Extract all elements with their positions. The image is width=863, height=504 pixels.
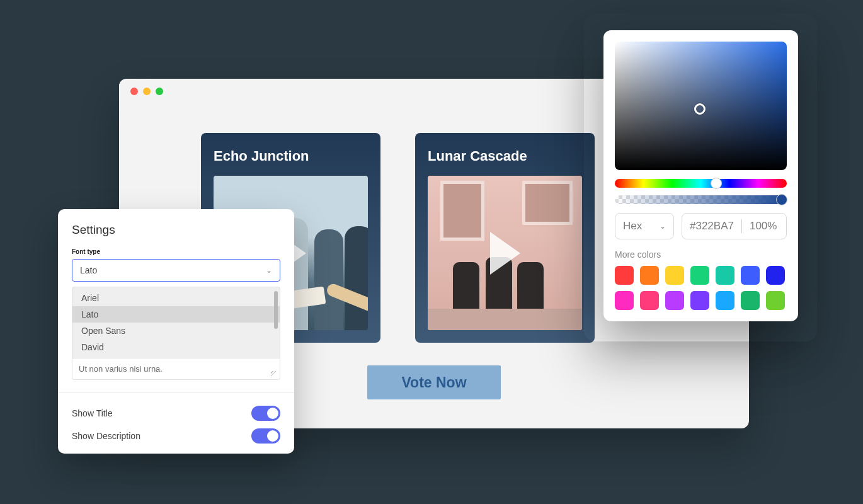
minimize-icon[interactable] xyxy=(143,88,151,95)
color-swatch[interactable] xyxy=(716,266,734,285)
show-description-label: Show Description xyxy=(72,431,140,441)
settings-panel: Settings Font type Lato ⌄ Ariel Lato Ope… xyxy=(58,209,294,454)
color-value-row: Hex ⌄ #322BA7 100% xyxy=(615,213,787,239)
close-icon[interactable] xyxy=(130,88,138,95)
color-swatches xyxy=(615,266,787,310)
opacity-value: 100% xyxy=(750,220,777,232)
window-icon xyxy=(522,181,573,225)
color-swatch[interactable] xyxy=(640,291,659,310)
person-icon xyxy=(517,262,544,311)
font-select[interactable]: Lato ⌄ xyxy=(72,259,280,282)
show-title-label: Show Title xyxy=(72,408,113,418)
chevron-down-icon: ⌄ xyxy=(266,266,272,275)
show-title-row: Show Title xyxy=(72,402,280,425)
color-value-input[interactable]: #322BA7 100% xyxy=(682,213,787,239)
poll-card[interactable]: Lunar Cascade xyxy=(415,133,595,343)
color-swatch[interactable] xyxy=(741,291,760,310)
more-colors-label: More colors xyxy=(615,249,787,260)
color-swatch[interactable] xyxy=(640,266,659,285)
alpha-slider[interactable] xyxy=(615,195,787,204)
card-title: Echo Junction xyxy=(214,148,368,164)
settings-title: Settings xyxy=(72,223,280,237)
hue-thumb-icon[interactable] xyxy=(711,178,722,189)
saturation-value-area[interactable] xyxy=(615,42,787,170)
play-icon[interactable] xyxy=(490,232,520,275)
color-swatch[interactable] xyxy=(716,291,734,310)
color-picker: Hex ⌄ #322BA7 100% More colors xyxy=(603,30,798,321)
color-format-value: Hex xyxy=(623,220,642,232)
color-swatch[interactable] xyxy=(766,266,785,285)
show-title-toggle[interactable] xyxy=(251,406,280,421)
divider xyxy=(58,392,294,393)
hue-slider[interactable] xyxy=(615,179,787,188)
window-icon xyxy=(440,181,484,241)
color-swatch[interactable] xyxy=(665,291,684,310)
zoom-icon[interactable] xyxy=(156,88,163,95)
font-option-lato[interactable]: Lato xyxy=(72,306,280,323)
color-swatch[interactable] xyxy=(690,291,709,310)
color-swatch[interactable] xyxy=(615,266,634,285)
font-options-dropdown[interactable]: Ariel Lato Open Sans David xyxy=(72,287,280,358)
band-figure-icon xyxy=(345,226,368,330)
font-type-label: Font type xyxy=(72,248,280,255)
sv-cursor-icon[interactable] xyxy=(694,103,706,115)
vote-button[interactable]: Vote Now xyxy=(367,365,501,399)
color-swatch[interactable] xyxy=(615,291,634,310)
divider-icon xyxy=(741,219,742,233)
scrollbar-thumb[interactable] xyxy=(274,291,278,329)
color-swatch[interactable] xyxy=(741,266,760,285)
color-swatch[interactable] xyxy=(690,266,709,285)
color-swatch[interactable] xyxy=(766,291,785,310)
band-figure-icon xyxy=(314,229,343,330)
alpha-thumb-icon[interactable] xyxy=(776,194,787,205)
font-option-open-sans[interactable]: Open Sans xyxy=(72,323,280,339)
ground-icon xyxy=(428,309,582,330)
card-media[interactable] xyxy=(428,176,582,330)
show-description-toggle[interactable] xyxy=(251,428,280,444)
description-textarea[interactable]: Ut non varius nisi urna. xyxy=(72,358,280,380)
chevron-down-icon: ⌄ xyxy=(660,222,666,231)
person-icon xyxy=(453,262,479,311)
hex-value: #322BA7 xyxy=(690,220,734,232)
color-swatch[interactable] xyxy=(665,266,684,285)
font-select-value: Lato xyxy=(80,265,97,275)
font-option-ariel[interactable]: Ariel xyxy=(72,290,280,306)
textarea-value: Ut non varius nisi urna. xyxy=(79,364,163,374)
toggle-knob-icon xyxy=(267,408,278,419)
color-format-select[interactable]: Hex ⌄ xyxy=(615,213,674,239)
toggle-knob-icon xyxy=(267,430,278,442)
show-description-row: Show Description xyxy=(72,425,280,447)
font-option-david[interactable]: David xyxy=(72,339,280,355)
card-title: Lunar Cascade xyxy=(428,148,582,164)
